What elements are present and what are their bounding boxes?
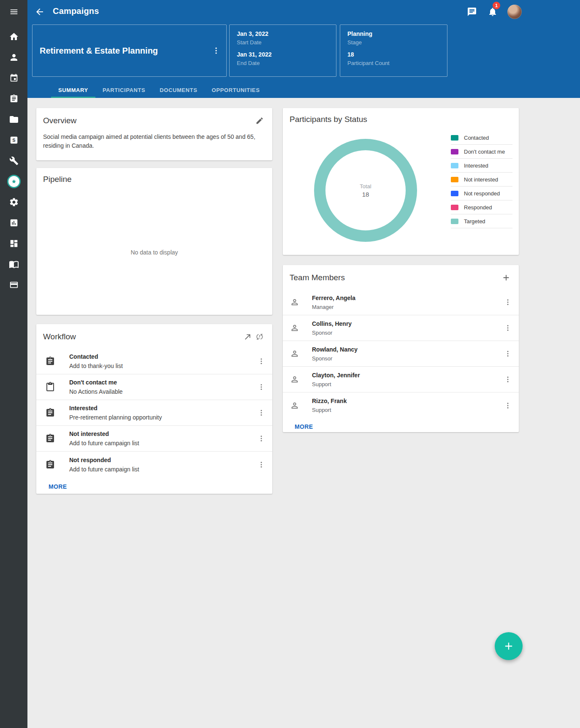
sidebar-item-documents[interactable] (0, 109, 27, 130)
workflow-step-row: Contacted Add to thank-you list (36, 349, 272, 374)
workflow-step-menu-button[interactable] (254, 354, 269, 369)
pipeline-title: Pipeline (43, 175, 266, 184)
workflow-step-row: Don't contact me No Actions Available (36, 374, 272, 400)
team-member-row: Collins, Henry Sponsor (283, 315, 519, 341)
user-avatar[interactable] (507, 5, 522, 19)
legend-swatch (451, 219, 458, 224)
kebab-icon (504, 376, 512, 383)
sidebar-item-contacts[interactable] (0, 47, 27, 68)
overview-title: Overview (43, 116, 254, 125)
tab-documents[interactable]: DOCUMENTS (152, 82, 204, 98)
workflow-step-menu-button[interactable] (254, 379, 269, 395)
kebab-icon (257, 409, 265, 417)
kebab-icon (257, 383, 265, 391)
end-date-label: End Date (237, 60, 336, 66)
page-title: Campaigns (53, 6, 99, 16)
sidebar-item-tasks[interactable] (0, 88, 27, 109)
stage-value: Planning (347, 30, 447, 37)
legend-swatch (451, 149, 458, 154)
workflow-step-menu-button[interactable] (254, 457, 269, 472)
kebab-icon (504, 402, 512, 409)
workflow-step-menu-button[interactable] (254, 405, 269, 420)
legend-swatch (451, 191, 458, 196)
workflow-step-menu-button[interactable] (254, 431, 269, 446)
workflow-step-row: Not interested Add to future campaign li… (36, 426, 272, 452)
sidebar-item-library[interactable] (0, 254, 27, 274)
team-member-menu-button[interactable] (500, 398, 515, 413)
workflow-step-status: Interested (69, 405, 254, 411)
sidebar-item-tools[interactable] (0, 150, 27, 171)
chat-icon (467, 7, 477, 17)
open-workflow-button[interactable] (242, 331, 254, 343)
workflow-title: Workflow (43, 332, 242, 341)
edit-overview-button[interactable] (254, 115, 266, 127)
sidebar-item-billing[interactable] (0, 274, 27, 295)
team-member-role: Sponsor (312, 355, 500, 362)
workflow-more-button[interactable]: MORE (49, 483, 67, 490)
sidebar-item-notes[interactable]: S (0, 130, 27, 150)
menu-button[interactable] (0, 0, 27, 24)
wrench-icon (9, 156, 19, 165)
team-member-name: Collins, Henry (312, 320, 500, 327)
sidebar-item-dashboard[interactable] (0, 233, 27, 254)
workflow-step-status: Don't contact me (69, 379, 254, 386)
sidebar-item-home[interactable] (0, 26, 27, 47)
add-fab-button[interactable] (495, 632, 523, 660)
legend-item: Targeted (451, 214, 512, 228)
campaign-menu-button[interactable] (209, 43, 224, 58)
workflow-step-action: Add to future campaign list (69, 440, 254, 447)
legend-item: Interested (451, 159, 512, 173)
team-members-card: Team Members Ferrero, Angela Manager Col… (283, 265, 519, 432)
s-square-icon: S (9, 135, 19, 145)
sidebar-item-calendar[interactable] (0, 68, 27, 88)
arrow-up-right-icon (244, 333, 252, 341)
dashboard-icon (9, 239, 19, 248)
legend-swatch (451, 205, 458, 210)
kebab-icon (504, 298, 512, 306)
start-date-value: Jan 3, 2022 (237, 30, 336, 37)
clipboard-list-icon (45, 356, 55, 366)
tab-participants[interactable]: PARTICIPANTS (95, 82, 152, 98)
back-button[interactable] (35, 7, 45, 17)
person-outline-icon (290, 323, 299, 333)
add-team-member-button[interactable] (500, 272, 512, 284)
team-members-title: Team Members (290, 273, 500, 282)
end-date-value: Jan 31, 2022 (237, 51, 336, 58)
workflow-step-action: No Actions Available (69, 388, 254, 395)
team-member-menu-button[interactable] (500, 295, 515, 310)
workflow-step-action: Add to thank-you list (69, 363, 254, 369)
tab-opportunities[interactable]: OPPORTUNITIES (204, 82, 267, 98)
team-member-role: Support (312, 381, 500, 387)
participants-chart-title: Participants by Status (290, 115, 512, 124)
bar-chart-icon (9, 218, 19, 227)
tab-summary[interactable]: SUMMARY (51, 82, 95, 98)
kebab-icon (212, 46, 220, 55)
pipeline-empty-message: No data to display (36, 190, 272, 315)
plus-icon (503, 640, 515, 652)
legend-item: Responded (451, 200, 512, 214)
workflow-step-action: Pre-retirement planning opportunity (69, 414, 254, 421)
start-date-label: Start Date (237, 39, 336, 46)
team-member-row: Rizzo, Frank Support (283, 392, 519, 418)
team-member-row: Ferrero, Angela Manager (283, 290, 519, 315)
star-circle-icon (7, 175, 21, 188)
team-member-menu-button[interactable] (500, 372, 515, 387)
sync-status-button[interactable] (254, 331, 266, 343)
team-member-menu-button[interactable] (500, 346, 515, 361)
workflow-step-status: Contacted (69, 353, 254, 360)
team-member-row: Clayton, Jennifer Support (283, 367, 519, 392)
sidebar-item-campaigns[interactable] (0, 171, 27, 192)
chat-button[interactable] (467, 7, 477, 17)
workflow-step-status: Not interested (69, 430, 254, 437)
team-member-menu-button[interactable] (500, 320, 515, 336)
team-members-more-button[interactable]: MORE (295, 423, 313, 430)
sidebar-item-reports[interactable] (0, 212, 27, 233)
campaign-name: Retirement & Estate Planning (40, 46, 209, 56)
person-outline-icon (290, 401, 299, 410)
workflow-step-row: Interested Pre-retirement planning oppor… (36, 400, 272, 426)
book-icon (9, 259, 19, 269)
sidebar-item-settings[interactable] (0, 192, 27, 212)
sidebar: S (0, 0, 27, 728)
notification-badge: 1 (493, 2, 500, 9)
legend-swatch (451, 177, 458, 182)
